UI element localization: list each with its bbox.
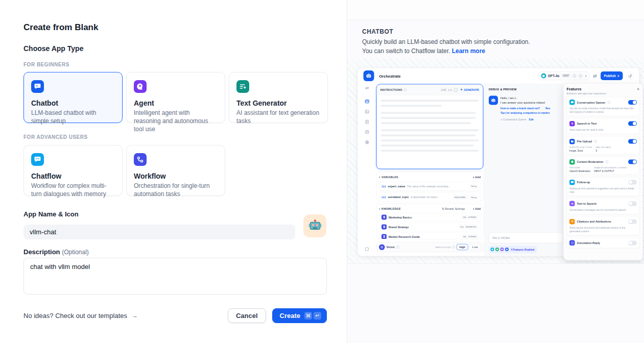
image-tab-icon <box>365 109 370 115</box>
chevron-down-icon: ▾ <box>585 74 587 78</box>
feature-description: Setting up next questions suggestion can… <box>569 187 637 193</box>
feature-dot-icon <box>500 248 504 252</box>
annotation-reply-icon <box>569 240 575 246</box>
app-type-card-agent[interactable]: AgentIntelligent agent with reasoning an… <box>126 72 225 123</box>
feature-name: Citations and Attributions <box>577 220 611 223</box>
text-generator-icon <box>236 80 249 93</box>
variable-badge: String <box>469 195 478 199</box>
settings-tab-icon <box>365 140 370 146</box>
feature-item-citations-and-attributions: Citations and AttributionsShow source do… <box>567 216 640 235</box>
variable-token-icon: {x} <box>381 195 386 199</box>
feature-toggle[interactable] <box>628 121 637 126</box>
feature-toggle[interactable] <box>628 160 637 164</box>
chatflow-icon <box>31 153 44 166</box>
info-icon: i <box>404 88 407 91</box>
knowledge-name: Brand Strategy <box>389 225 457 228</box>
cmd-key-icon: ⌘ <box>304 312 312 320</box>
suggested-question: How to make a brand stand out?Bes <box>500 107 550 110</box>
variable-description: The name of the strategic consulting... <box>407 185 467 188</box>
features-enabled-pill: 4 Features Enabled <box>489 246 537 253</box>
model-selector[interactable]: GPT-4o CHAT ▾ <box>538 71 589 80</box>
feature-meta: ENABLED MODERATE CONTENTINPUT & OUTPUT <box>594 166 627 173</box>
app-type-info-panel: CHATBOT Quickly build an LLM-based chatb… <box>347 0 644 343</box>
page-title: Create from Blank <box>23 22 98 33</box>
app-type-card-workflow[interactable]: WorkflowOrchestration for single-turn au… <box>126 145 225 196</box>
logs-tab-icon <box>365 119 370 126</box>
create-button[interactable]: Create ⌘ ↵ <box>272 308 327 323</box>
knowledge-badge: HQ · INVERTED <box>459 225 478 229</box>
follow-up-icon <box>569 180 575 185</box>
feature-name: Annotation Reply <box>577 241 601 244</box>
feature-toggle[interactable] <box>628 180 637 185</box>
variable-badge: String <box>469 184 478 188</box>
feature-toggle[interactable] <box>628 139 637 144</box>
robot-emoji-icon <box>308 218 322 234</box>
features-panel: Features Enhance web-app user experience… <box>563 83 643 260</box>
resolution-low-chip: Low <box>470 244 481 250</box>
preview-sidebar-rail: ⇄ <box>358 84 376 257</box>
publish-button: Publish▾ <box>601 71 623 80</box>
app-type-card-chatflow[interactable]: ChatflowWorkflow for complex multi-turn … <box>23 145 123 196</box>
advanced-app-type-row: ChatflowWorkflow for complex multi-turn … <box>23 145 328 196</box>
feature-name: File Upload <box>577 140 592 143</box>
speech-to-text-icon <box>569 121 575 127</box>
templates-link[interactable]: No ideas? Check out our templates → <box>23 312 138 320</box>
info-heading: CHATBOT <box>362 28 393 35</box>
variable-token-icon: {x} <box>381 185 386 188</box>
skeleton-line <box>381 135 476 137</box>
expand-icon <box>365 247 369 253</box>
app-type-card-text-generator[interactable]: Text GeneratorAI assistant for text gene… <box>229 72 328 123</box>
knowledge-row: Brand StrategyHQ · INVERTED <box>379 223 481 231</box>
knowledge-row: Marketing BasicsHQ · HYBRID <box>379 213 481 222</box>
knowledge-panel: ▾ KNOWLEDGE ⇅ Rerank Settings + Add Mark… <box>376 204 484 239</box>
skeleton-line <box>381 112 476 114</box>
info-icon: i <box>452 246 455 249</box>
app-type-card-chatbot[interactable]: ChatbotLLM-based chatbot with simple set… <box>23 72 123 123</box>
conversation-opener-note: ⊙ Conversation Opener Edit <box>500 118 550 121</box>
info-icon: i <box>607 101 610 104</box>
app-type-description: LLM-based chatbot with simple setup <box>31 109 115 125</box>
suggested-question: Tips for analyzing competitors in market <box>500 112 550 115</box>
variable-badge: REQUIRED <box>453 195 467 199</box>
app-type-name: Chatflow <box>31 172 115 180</box>
feature-item-content-moderation: Content ModerationiPROVIDEROpenAI Modera… <box>567 157 640 175</box>
chevron-icon: ▾ <box>379 207 380 210</box>
model-swap-icon: ⇄ <box>593 73 597 79</box>
info-icon: i <box>396 246 399 249</box>
feature-item-annotation-reply: Annotation Reply <box>567 238 640 249</box>
variable-row: {x}expert_nameThe name of the strategic … <box>379 181 481 191</box>
bot-greeting: Hello, I am L. I can answer your questio… <box>500 96 550 105</box>
cancel-button[interactable]: Cancel <box>228 308 266 323</box>
description-textarea[interactable]: chat with vllm model <box>23 258 327 295</box>
advanced-section-label: FOR ADVANCED USERS <box>23 134 88 140</box>
feature-toggle[interactable] <box>628 219 637 224</box>
vision-setting-row: Vision i RESOLUTION i High Low <box>376 242 484 252</box>
app-type-name: Text Generator <box>236 99 320 107</box>
document-icon <box>381 224 387 229</box>
collapse-icon: ⇄ <box>365 85 369 91</box>
skeleton-line <box>381 105 442 107</box>
learn-more-link[interactable]: Learn more <box>452 47 485 55</box>
feature-name: Text to Speech <box>577 202 597 205</box>
app-icon-picker[interactable] <box>303 214 326 237</box>
close-icon: ✕ <box>637 87 640 91</box>
skeleton-line <box>381 130 479 132</box>
feature-toggle[interactable] <box>628 201 637 206</box>
app-name-input[interactable] <box>23 225 295 239</box>
modal-footer: No ideas? Check out our templates → Canc… <box>23 308 327 323</box>
agent-icon <box>134 80 147 93</box>
knowledge-badge: HQ · HYBRID <box>462 234 478 238</box>
token-count: 2182 <box>441 88 446 91</box>
knowledge-row: Market Research GuideHQ · HYBRID <box>379 232 481 239</box>
app-type-description: AI assistant for text generation tasks <box>236 109 320 125</box>
feature-toggle[interactable] <box>628 240 637 245</box>
variable-name: expert_name <box>388 185 406 188</box>
chatbot-icon <box>31 80 44 93</box>
meta-key: MAX UPLOADS <box>595 146 611 149</box>
orchestrate-tab-icon <box>365 99 370 105</box>
description-label: Description (Optional) <box>23 248 89 256</box>
feature-description: You are an entity extraction model that … <box>569 107 637 113</box>
feature-toggle[interactable] <box>628 100 637 105</box>
app-type-name: Chatbot <box>31 99 115 107</box>
mic-icon <box>573 74 577 78</box>
